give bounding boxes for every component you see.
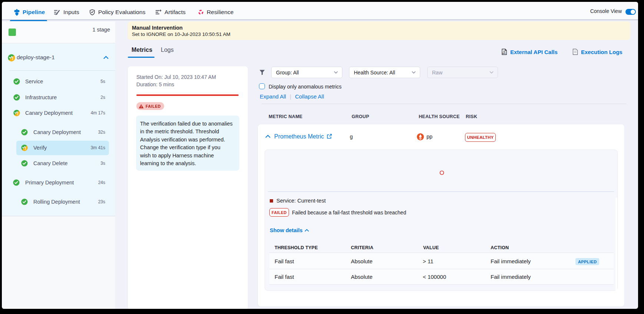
svg-text:API: API [502,52,505,54]
